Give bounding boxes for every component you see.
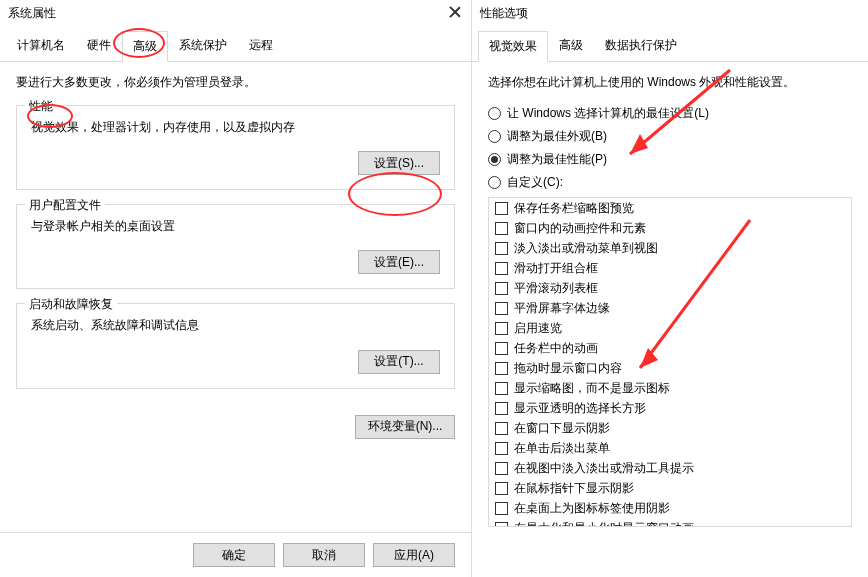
- checkbox-row[interactable]: 在视图中淡入淡出或滑动工具提示: [489, 458, 851, 478]
- env-vars-button[interactable]: 环境变量(N)...: [355, 415, 455, 439]
- checkbox-label: 平滑屏幕字体边缘: [514, 300, 610, 317]
- fieldset-startup-recovery: 启动和故障恢复 系统启动、系统故障和调试信息 设置(T)...: [16, 303, 455, 388]
- close-icon[interactable]: [447, 4, 463, 20]
- tab-hardware[interactable]: 硬件: [76, 30, 122, 61]
- checkbox-label: 窗口内的动画控件和元素: [514, 220, 646, 237]
- checkbox-label: 在桌面上为图标标签使用阴影: [514, 500, 670, 517]
- system-properties-window: 系统属性 计算机名 硬件 高级 系统保护 远程 要进行大多数更改，你必须作为管理…: [0, 0, 472, 577]
- tab-remote[interactable]: 远程: [238, 30, 284, 61]
- checkbox-input[interactable]: [495, 442, 508, 455]
- desc-user-profiles: 与登录帐户相关的桌面设置: [31, 217, 440, 236]
- checkbox-input[interactable]: [495, 342, 508, 355]
- checkbox-label: 在最大化和最小化时显示窗口动画: [514, 520, 694, 528]
- checkbox-label: 任务栏中的动画: [514, 340, 598, 357]
- settings-button-user-profiles[interactable]: 设置(E)...: [358, 250, 440, 274]
- performance-options-window: 性能选项 视觉效果 高级 数据执行保护 选择你想在此计算机上使用的 Window…: [472, 0, 868, 577]
- checkbox-row[interactable]: 显示缩略图，而不是显示图标: [489, 378, 851, 398]
- tab-advanced-right[interactable]: 高级: [548, 30, 594, 61]
- title-left: 系统属性: [8, 6, 56, 20]
- checkbox-input[interactable]: [495, 522, 508, 528]
- checkbox-input[interactable]: [495, 482, 508, 495]
- visual-intro: 选择你想在此计算机上使用的 Windows 外观和性能设置。: [488, 74, 852, 91]
- checkbox-label: 在单击后淡出菜单: [514, 440, 610, 457]
- admin-note: 要进行大多数更改，你必须作为管理员登录。: [16, 74, 455, 91]
- content-left: 要进行大多数更改，你必须作为管理员登录。 性能 视觉效果，处理器计划，内存使用，…: [0, 62, 471, 411]
- radio-label: 调整为最佳性能(P): [507, 151, 607, 168]
- checkbox-row[interactable]: 滑动打开组合框: [489, 258, 851, 278]
- tab-advanced[interactable]: 高级: [122, 31, 168, 62]
- title-right: 性能选项: [480, 6, 528, 20]
- checkbox-input[interactable]: [495, 282, 508, 295]
- radio-input-let-windows[interactable]: [488, 107, 501, 120]
- checkbox-label: 在鼠标指针下显示阴影: [514, 480, 634, 497]
- footer-buttons-left: 确定 取消 应用(A): [0, 532, 471, 577]
- checkbox-input[interactable]: [495, 202, 508, 215]
- checkbox-input[interactable]: [495, 462, 508, 475]
- checkbox-row[interactable]: 平滑屏幕字体边缘: [489, 298, 851, 318]
- radio-best-appearance[interactable]: 调整为最佳外观(B): [488, 128, 852, 145]
- checkbox-label: 淡入淡出或滑动菜单到视图: [514, 240, 658, 257]
- fieldset-user-profiles: 用户配置文件 与登录帐户相关的桌面设置 设置(E)...: [16, 204, 455, 289]
- radio-best-performance[interactable]: 调整为最佳性能(P): [488, 151, 852, 168]
- visual-effects-checklist[interactable]: 保存任务栏缩略图预览窗口内的动画控件和元素淡入淡出或滑动菜单到视图滑动打开组合框…: [488, 197, 852, 527]
- titlebar-right: 性能选项: [472, 0, 868, 26]
- desc-performance: 视觉效果，处理器计划，内存使用，以及虚拟内存: [31, 118, 440, 137]
- radio-label: 自定义(C):: [507, 174, 563, 191]
- checkbox-input[interactable]: [495, 422, 508, 435]
- checkbox-input[interactable]: [495, 302, 508, 315]
- checkbox-row[interactable]: 显示亚透明的选择长方形: [489, 398, 851, 418]
- tab-system-protection[interactable]: 系统保护: [168, 30, 238, 61]
- radio-input-custom[interactable]: [488, 176, 501, 189]
- checkbox-input[interactable]: [495, 262, 508, 275]
- checkbox-input[interactable]: [495, 222, 508, 235]
- checkbox-row[interactable]: 平滑滚动列表框: [489, 278, 851, 298]
- checkbox-row[interactable]: 窗口内的动画控件和元素: [489, 218, 851, 238]
- fieldset-performance: 性能 视觉效果，处理器计划，内存使用，以及虚拟内存 设置(S)...: [16, 105, 455, 190]
- checkbox-input[interactable]: [495, 242, 508, 255]
- checkbox-label: 拖动时显示窗口内容: [514, 360, 622, 377]
- tabs-right: 视觉效果 高级 数据执行保护: [472, 32, 868, 62]
- settings-button-performance[interactable]: 设置(S)...: [358, 151, 440, 175]
- checkbox-label: 在窗口下显示阴影: [514, 420, 610, 437]
- checkbox-row[interactable]: 在窗口下显示阴影: [489, 418, 851, 438]
- ok-button[interactable]: 确定: [193, 543, 275, 567]
- checkbox-label: 保存任务栏缩略图预览: [514, 200, 634, 217]
- checkbox-row[interactable]: 在鼠标指针下显示阴影: [489, 478, 851, 498]
- radio-input-best-performance[interactable]: [488, 153, 501, 166]
- checkbox-input[interactable]: [495, 382, 508, 395]
- checkbox-row[interactable]: 在最大化和最小化时显示窗口动画: [489, 518, 851, 527]
- radio-input-best-appearance[interactable]: [488, 130, 501, 143]
- tab-dep[interactable]: 数据执行保护: [594, 30, 688, 61]
- radio-custom[interactable]: 自定义(C):: [488, 174, 852, 191]
- radio-label: 调整为最佳外观(B): [507, 128, 607, 145]
- checkbox-input[interactable]: [495, 402, 508, 415]
- checkbox-row[interactable]: 在桌面上为图标标签使用阴影: [489, 498, 851, 518]
- checkbox-input[interactable]: [495, 502, 508, 515]
- checkbox-row[interactable]: 拖动时显示窗口内容: [489, 358, 851, 378]
- legend-user-profiles: 用户配置文件: [25, 197, 105, 214]
- checkbox-label: 平滑滚动列表框: [514, 280, 598, 297]
- checkbox-input[interactable]: [495, 322, 508, 335]
- legend-startup-recovery: 启动和故障恢复: [25, 296, 117, 313]
- titlebar-left: 系统属性: [0, 0, 471, 26]
- checkbox-input[interactable]: [495, 362, 508, 375]
- checkbox-row[interactable]: 淡入淡出或滑动菜单到视图: [489, 238, 851, 258]
- settings-button-startup-recovery[interactable]: 设置(T)...: [358, 350, 440, 374]
- tab-visual-effects[interactable]: 视觉效果: [478, 31, 548, 62]
- apply-button[interactable]: 应用(A): [373, 543, 455, 567]
- checkbox-label: 启用速览: [514, 320, 562, 337]
- checkbox-label: 显示缩略图，而不是显示图标: [514, 380, 670, 397]
- cancel-button[interactable]: 取消: [283, 543, 365, 567]
- checkbox-label: 在视图中淡入淡出或滑动工具提示: [514, 460, 694, 477]
- checkbox-row[interactable]: 任务栏中的动画: [489, 338, 851, 358]
- radio-label: 让 Windows 选择计算机的最佳设置(L): [507, 105, 709, 122]
- checkbox-label: 显示亚透明的选择长方形: [514, 400, 646, 417]
- legend-performance: 性能: [25, 98, 57, 115]
- checkbox-label: 滑动打开组合框: [514, 260, 598, 277]
- checkbox-row[interactable]: 保存任务栏缩略图预览: [489, 198, 851, 218]
- checkbox-row[interactable]: 在单击后淡出菜单: [489, 438, 851, 458]
- checkbox-row[interactable]: 启用速览: [489, 318, 851, 338]
- content-right: 选择你想在此计算机上使用的 Windows 外观和性能设置。 让 Windows…: [472, 62, 868, 545]
- radio-let-windows[interactable]: 让 Windows 选择计算机的最佳设置(L): [488, 105, 852, 122]
- tab-computer-name[interactable]: 计算机名: [6, 30, 76, 61]
